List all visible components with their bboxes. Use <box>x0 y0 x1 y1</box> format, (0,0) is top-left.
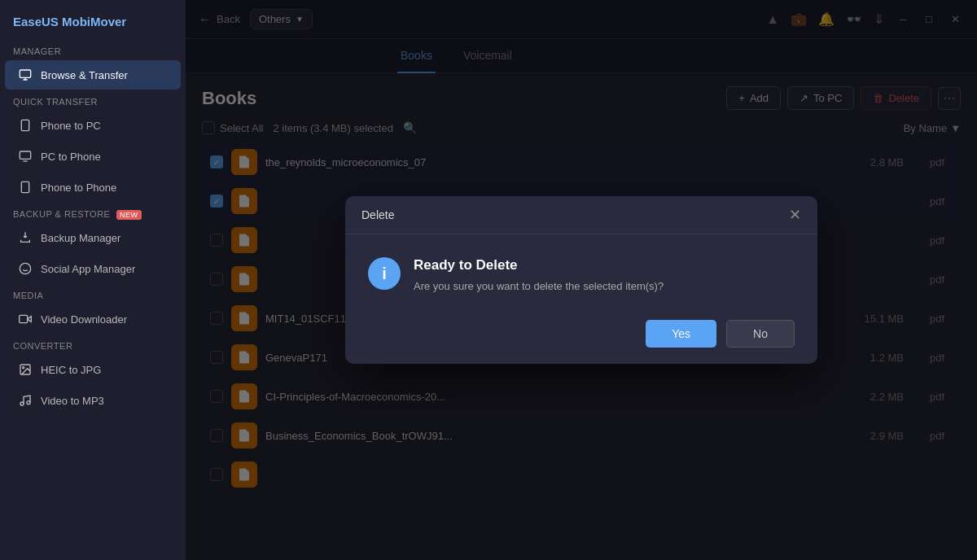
dialog-heading: Ready to Delete <box>414 257 664 273</box>
no-button[interactable]: No <box>726 320 795 348</box>
dialog-footer: Yes No <box>345 308 817 364</box>
browse-transfer-label: Browse & Transfer <box>41 69 128 81</box>
sidebar-item-pc-to-phone[interactable]: PC to Phone <box>5 142 181 171</box>
phone-to-phone-label: Phone to Phone <box>41 182 116 194</box>
svg-point-12 <box>27 401 30 405</box>
converter-section-label: Converter <box>0 335 186 354</box>
svg-rect-2 <box>20 151 30 159</box>
backup-manager-label: Backup Manager <box>41 232 120 244</box>
video-download-icon <box>18 312 33 326</box>
video-downloader-label: Video Downloader <box>41 313 127 326</box>
phone-to-pc-icon <box>18 118 33 133</box>
pc-to-phone-icon <box>18 149 33 164</box>
sidebar-item-phone-to-phone[interactable]: Phone to Phone <box>5 173 181 202</box>
dialog-text: Ready to Delete Are you sure you want to… <box>414 257 664 292</box>
sidebar-item-browse-transfer[interactable]: Browse & Transfer <box>5 60 181 90</box>
dialog-message: Are you sure you want to delete the sele… <box>414 280 664 292</box>
yes-button[interactable]: Yes <box>646 320 716 348</box>
heic-icon <box>18 362 33 377</box>
dialog-body: i Ready to Delete Are you sure you want … <box>345 234 817 308</box>
sidebar-item-backup-manager[interactable]: Backup Manager <box>5 223 181 252</box>
dialog-overlay: Delete ✕ i Ready to Delete Are you sure … <box>186 0 977 560</box>
dialog-close-button[interactable]: ✕ <box>789 208 801 222</box>
video-to-mp3-label: Video to MP3 <box>41 395 104 407</box>
phone-to-phone-icon <box>18 180 33 195</box>
svg-rect-8 <box>20 315 28 322</box>
dialog-header: Delete ✕ <box>345 196 817 234</box>
svg-point-10 <box>23 367 24 369</box>
sidebar-item-heic-to-jpg[interactable]: HEIC to JPG <box>5 355 181 384</box>
backup-manager-icon <box>18 230 33 245</box>
social-app-icon <box>18 261 33 276</box>
backup-restore-section-label: Backup & Restore New <box>0 203 186 222</box>
svg-point-11 <box>20 402 24 405</box>
svg-rect-3 <box>21 182 28 192</box>
sidebar-item-video-downloader[interactable]: Video Downloader <box>5 304 181 334</box>
browse-transfer-icon <box>18 68 33 82</box>
svg-marker-7 <box>28 317 32 322</box>
sidebar-item-video-to-mp3[interactable]: Video to MP3 <box>5 386 181 415</box>
dialog-title: Delete <box>361 208 394 221</box>
sidebar: EaseUS MobiMover Manager Browse & Transf… <box>0 0 186 560</box>
main-content: ← Back Others ▼ ▲ 💼 🔔 👓 ⇓ – □ ✕ <box>186 0 977 560</box>
manager-section-label: Manager <box>0 40 186 59</box>
svg-point-4 <box>20 263 30 273</box>
new-badge: New <box>116 210 142 220</box>
sidebar-item-social-app-manager[interactable]: Social App Manager <box>5 254 181 283</box>
info-icon: i <box>368 257 401 290</box>
quick-transfer-section-label: Quick Transfer <box>0 90 186 110</box>
svg-rect-0 <box>20 70 30 77</box>
pc-to-phone-label: PC to Phone <box>41 151 101 163</box>
social-app-manager-label: Social App Manager <box>41 263 135 275</box>
media-section-label: Media <box>0 284 186 304</box>
sidebar-item-phone-to-pc[interactable]: Phone to PC <box>5 111 181 140</box>
video-to-mp3-icon <box>18 393 33 408</box>
phone-to-pc-label: Phone to PC <box>41 120 101 132</box>
heic-to-jpg-label: HEIC to JPG <box>41 364 101 376</box>
svg-rect-1 <box>21 120 28 130</box>
app-title: EaseUS MobiMover <box>0 0 186 40</box>
delete-dialog: Delete ✕ i Ready to Delete Are you sure … <box>345 196 817 364</box>
